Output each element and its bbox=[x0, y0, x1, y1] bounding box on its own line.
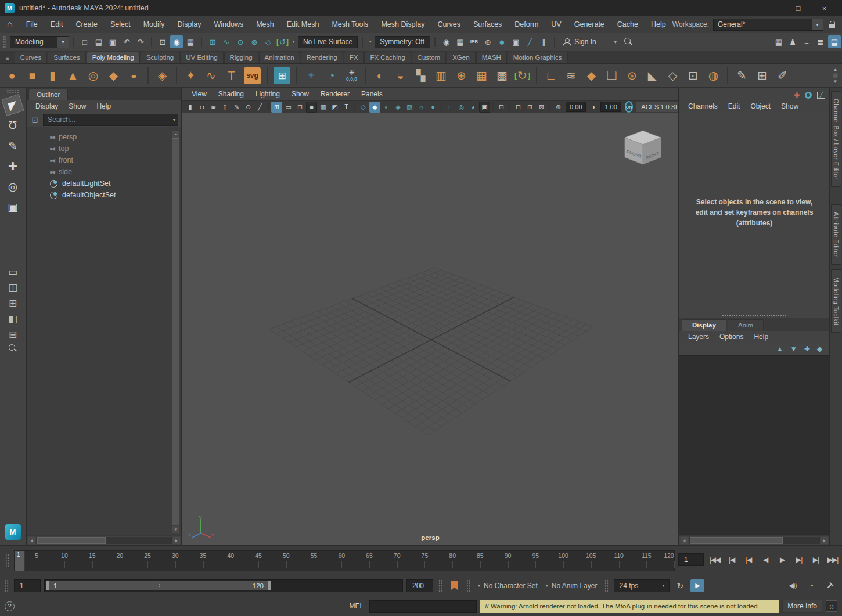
shelf-tab-poly-modeling[interactable]: Poly Modeling bbox=[87, 52, 140, 63]
default-lighting-icon[interactable]: ☼ bbox=[416, 102, 427, 113]
hud-toggle-icon[interactable]: T bbox=[341, 102, 352, 113]
chevron-down-icon[interactable]: ▾ bbox=[173, 117, 175, 123]
menu-mesh-display[interactable]: Mesh Display bbox=[375, 20, 431, 28]
go-to-end-button[interactable]: ▶▶| bbox=[825, 552, 841, 567]
step-back-key-button[interactable]: |◀ bbox=[740, 552, 757, 567]
script-editor-icon[interactable]: {;} bbox=[826, 600, 837, 612]
scroll-up-icon[interactable]: ▲ bbox=[833, 67, 838, 72]
playback-range-bar[interactable]: 1 120 bbox=[46, 581, 271, 590]
scroll-left-icon[interactable]: ◀ bbox=[28, 537, 35, 544]
render-view-icon[interactable]: ◉ bbox=[440, 35, 452, 48]
select-by-hierarchy-icon[interactable]: ⊡ bbox=[156, 35, 169, 48]
range-slider-track[interactable]: 1 120 bbox=[44, 579, 403, 592]
scroll-up-icon[interactable]: ▲ bbox=[172, 131, 179, 138]
type-tool-icon[interactable]: T bbox=[222, 66, 241, 85]
platonic-solid-icon[interactable]: ◈ bbox=[153, 66, 172, 85]
scrollbar-thumb[interactable] bbox=[37, 537, 106, 544]
panel-splitter[interactable] bbox=[679, 312, 829, 318]
panel-menu-show[interactable]: Show bbox=[286, 90, 315, 98]
menu-mesh-tools[interactable]: Mesh Tools bbox=[325, 20, 375, 28]
center-pivot-icon[interactable]: + bbox=[301, 66, 321, 85]
menu-select[interactable]: Select bbox=[104, 20, 137, 28]
grease-pencil-icon[interactable]: ✎ bbox=[231, 102, 242, 113]
boolean-icon[interactable]: ◒ bbox=[391, 66, 410, 85]
move-tool[interactable]: ✚ bbox=[3, 157, 22, 175]
anim-speed-icon[interactable] bbox=[805, 92, 812, 99]
command-line-input[interactable] bbox=[369, 600, 477, 613]
close-button[interactable]: × bbox=[811, 0, 837, 16]
channelbox-menu-edit[interactable]: Edit bbox=[723, 102, 746, 110]
command-language-toggle[interactable]: MEL bbox=[347, 602, 366, 610]
quad-draw-icon[interactable]: ✐ bbox=[773, 66, 792, 85]
play-forwards-button[interactable]: ▶ bbox=[774, 552, 790, 567]
outliner-search-input[interactable] bbox=[43, 114, 178, 126]
timeline-bookmark-button[interactable] bbox=[451, 581, 458, 590]
target-weld-icon[interactable]: ⊞ bbox=[753, 66, 772, 85]
maya-avatar-icon[interactable]: M bbox=[5, 524, 21, 540]
retopologize-icon[interactable]: [↻] bbox=[513, 66, 532, 85]
anim-layer-select[interactable]: ▾ No Anim Layer bbox=[544, 582, 600, 590]
move-layer-down-icon[interactable]: ▼ bbox=[790, 345, 797, 353]
shelf-tab-motion-graphics[interactable]: Motion Graphics bbox=[508, 52, 568, 63]
outliner-horizontal-scrollbar[interactable]: ◀ ▶ bbox=[27, 535, 181, 545]
open-scene-icon[interactable]: ▤ bbox=[92, 35, 105, 48]
paint-select-tool[interactable]: ✎ bbox=[3, 137, 22, 154]
shelf-tab-rigging[interactable]: Rigging bbox=[224, 52, 258, 63]
show-manipulator-icon[interactable]: ✚ bbox=[794, 92, 800, 99]
render-current-frame-icon[interactable]: ▦ bbox=[454, 35, 466, 48]
animation-preferences-icon[interactable]: T bbox=[821, 576, 840, 595]
current-frame-marker[interactable]: 1 bbox=[15, 551, 25, 571]
extrude-icon[interactable]: ∟ bbox=[541, 66, 560, 85]
panel-menu-shading[interactable]: Shading bbox=[213, 90, 250, 98]
workspace-select[interactable]: General* ▾ bbox=[713, 19, 823, 31]
drag-handle[interactable] bbox=[6, 89, 19, 93]
image-plane-icon[interactable]: ⊟ bbox=[513, 102, 524, 113]
lasso-select-tool[interactable]: Ω bbox=[3, 117, 22, 134]
outliner-menu-help[interactable]: Help bbox=[91, 102, 116, 110]
cached-playback-toggle[interactable]: ▶ bbox=[690, 579, 704, 592]
shelf-tab-custom[interactable]: Custom bbox=[412, 52, 447, 63]
poly-sphere-icon[interactable]: ● bbox=[2, 66, 21, 85]
chevron-down-icon[interactable]: ▾ bbox=[290, 35, 297, 48]
shelf-tab-uv-editing[interactable]: UV Editing bbox=[180, 52, 223, 63]
menu-display[interactable]: Display bbox=[171, 20, 207, 28]
gamma-field[interactable]: 1.00 bbox=[600, 102, 621, 112]
layer-menu-options[interactable]: Options bbox=[714, 333, 749, 341]
channelbox-menu-show[interactable]: Show bbox=[776, 102, 804, 110]
shelf-tab-curves[interactable]: Curves bbox=[15, 52, 47, 63]
camera-settings-icon[interactable]: ◙ bbox=[208, 102, 219, 113]
quadrangulate-icon[interactable]: ◇ bbox=[663, 66, 682, 85]
current-time-field[interactable]: 1 bbox=[678, 553, 704, 566]
panel-menu-lighting[interactable]: Lighting bbox=[250, 90, 286, 98]
menu-windows[interactable]: Windows bbox=[207, 20, 250, 28]
ui-layout-icon[interactable]: ⊞ bbox=[274, 67, 290, 84]
bevel-icon[interactable]: ◆ bbox=[582, 66, 601, 85]
wire-on-shaded-icon[interactable]: ◈ bbox=[393, 102, 404, 113]
separate-icon[interactable]: ▚ bbox=[411, 66, 430, 85]
select-tool[interactable]: ◤ bbox=[1, 94, 24, 116]
outliner-item-persp[interactable]: ■◀persp bbox=[27, 131, 181, 143]
panel-menu-view[interactable]: View bbox=[186, 90, 213, 98]
panel-camera-icon[interactable]: ▮ bbox=[185, 102, 196, 113]
scrollbar-thumb[interactable] bbox=[690, 537, 783, 544]
time-slider[interactable]: 1 51015202530354045505560657075808590951… bbox=[14, 550, 675, 571]
shelf-scroll-controls[interactable]: ▲▼ bbox=[833, 67, 840, 84]
layout-persp-outliner-button[interactable]: ◧ bbox=[3, 312, 22, 325]
drag-handle[interactable] bbox=[5, 579, 9, 592]
symmetry-field[interactable]: Symmetry: Off bbox=[375, 36, 430, 48]
snap-to-point-icon[interactable]: ⊙ bbox=[234, 35, 247, 48]
outliner-item-top[interactable]: ■◀top bbox=[27, 143, 181, 154]
more-info-button[interactable]: More Info bbox=[782, 600, 822, 613]
annotate-icon[interactable]: ╱ bbox=[254, 102, 265, 113]
search-icon[interactable] bbox=[8, 344, 17, 353]
merge-icon[interactable]: ⊕ bbox=[452, 66, 471, 85]
colorspace-select[interactable]: ACES 1.0 SDR-v bbox=[635, 102, 678, 113]
animation-start-field[interactable]: 1 bbox=[14, 579, 41, 592]
sweep-mesh-icon[interactable]: ✦ bbox=[181, 66, 200, 85]
resolution-gate-icon[interactable]: ⊡ bbox=[294, 102, 305, 113]
playback-speed-icon[interactable]: ◔ bbox=[804, 579, 818, 592]
play-backwards-button[interactable]: ◀ bbox=[757, 552, 773, 567]
shelf-menu-icon[interactable]: ≡ bbox=[6, 55, 9, 62]
viewport-select-icon[interactable]: ⊡ bbox=[496, 102, 507, 113]
speaker-icon[interactable]: ◀)) bbox=[786, 579, 800, 592]
